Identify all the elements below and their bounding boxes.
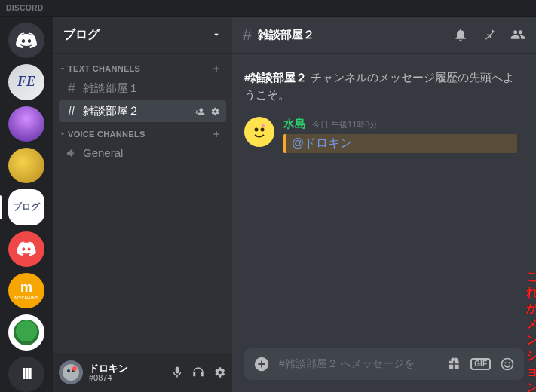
message-author[interactable]: 水島 xyxy=(283,117,306,131)
gif-button[interactable]: GIF xyxy=(470,358,491,370)
svg-point-4 xyxy=(72,366,77,371)
category-header[interactable]: TEXT CHANNELS xyxy=(53,57,232,77)
pinned-button[interactable] xyxy=(482,27,497,42)
notifications-button[interactable] xyxy=(453,27,468,42)
self-avatar[interactable] xyxy=(59,360,83,384)
server-item[interactable]: FE xyxy=(8,64,44,100)
attach-button[interactable] xyxy=(253,356,270,372)
svg-point-6 xyxy=(255,128,259,132)
pin-icon xyxy=(482,27,497,42)
microphone-icon xyxy=(170,366,184,379)
server-name: ブログ xyxy=(63,27,100,43)
message-avatar[interactable] xyxy=(244,117,274,147)
svg-point-5 xyxy=(249,121,270,142)
composer-placeholder: #雑談部屋２ へメッセージを xyxy=(279,357,437,371)
emoji-button[interactable] xyxy=(500,357,515,372)
server-item[interactable]: m MYCHAINS xyxy=(8,273,44,308)
discord-logo-icon xyxy=(16,32,37,49)
server-item-active[interactable]: ブログ xyxy=(8,189,44,225)
voice-channel[interactable]: General xyxy=(59,143,226,162)
speaker-icon xyxy=(65,147,78,159)
smile-icon xyxy=(500,357,515,372)
channel-name: 雑談部屋２ xyxy=(83,104,139,118)
hash-icon: # xyxy=(65,103,78,119)
hash-icon: # xyxy=(65,81,78,96)
message: 水島 今日 午後11時8分 @ドロキン xyxy=(244,117,524,153)
hash-icon: # xyxy=(243,25,252,44)
gift-button[interactable] xyxy=(446,357,461,372)
bell-icon xyxy=(453,27,468,42)
mute-button[interactable] xyxy=(170,366,184,379)
user-panel: ドロキン #0874 xyxy=(53,353,232,392)
mention-link[interactable]: @ドロキン xyxy=(292,136,352,149)
channel-name: 雑談部屋１ xyxy=(83,81,139,96)
self-tag: #0874 xyxy=(89,373,128,382)
server-rail: FE ブログ m MYCHAINS III xyxy=(0,17,53,392)
message-composer[interactable]: #雑談部屋２ へメッセージを GIF xyxy=(244,348,524,380)
channel-sidebar: ブログ TEXT CHANNELS # 雑談部屋１ # 雑談部屋２ xyxy=(53,17,232,392)
people-icon xyxy=(510,27,525,42)
add-channel-button[interactable] xyxy=(211,63,222,74)
deafen-button[interactable] xyxy=(191,366,205,379)
server-item[interactable] xyxy=(8,148,44,183)
svg-point-7 xyxy=(261,128,265,132)
svg-point-12 xyxy=(508,362,510,363)
plus-icon xyxy=(211,63,222,74)
gift-icon xyxy=(446,357,461,372)
server-label: MYCHAINS xyxy=(14,296,38,301)
server-header[interactable]: ブログ xyxy=(53,17,232,53)
annotation-label: これがメンション xyxy=(526,269,536,392)
channel-header: # 雑談部屋２ xyxy=(232,17,536,53)
user-settings-button[interactable] xyxy=(213,366,226,379)
svg-point-1 xyxy=(63,364,79,381)
server-item[interactable] xyxy=(8,314,44,350)
home-button[interactable] xyxy=(8,23,44,58)
server-avatar-icon: FE xyxy=(14,70,38,94)
svg-point-2 xyxy=(67,369,70,372)
gear-icon xyxy=(213,366,226,379)
channel-name: General xyxy=(83,146,123,159)
chevron-down-icon xyxy=(59,65,66,72)
avatar-icon xyxy=(62,363,80,381)
welcome-channel-name: #雑談部屋２ xyxy=(244,71,307,84)
add-channel-button[interactable] xyxy=(211,129,222,139)
chevron-down-icon xyxy=(59,130,66,138)
channel-title: 雑談部屋２ xyxy=(258,28,314,42)
category-label: TEXT CHANNELS xyxy=(68,64,140,73)
messages-region: #雑談部屋２ チャンネルのメッセージ履歴の先頭へようこそ。 水島 今日 午後11… xyxy=(232,53,536,348)
avatar-icon xyxy=(248,121,271,143)
text-channel-active[interactable]: # 雑談部屋２ xyxy=(59,100,226,122)
text-channel[interactable]: # 雑談部屋１ xyxy=(59,78,226,100)
server-item[interactable] xyxy=(8,231,44,267)
server-item[interactable]: III xyxy=(8,357,44,392)
gear-icon[interactable] xyxy=(210,106,220,117)
invite-icon[interactable] xyxy=(194,106,205,117)
plus-circle-icon xyxy=(253,356,270,372)
category-label: VOICE CHANNELS xyxy=(68,130,145,139)
mention-block: @ドロキン xyxy=(283,134,517,153)
plus-icon xyxy=(211,129,222,139)
chat-area: # 雑談部屋２ #雑談部屋２ チャンネルのメッセージ履歴の先頭へようこそ。 xyxy=(232,17,536,392)
category-header[interactable]: VOICE CHANNELS xyxy=(53,123,232,142)
chevron-down-icon xyxy=(211,29,222,40)
message-timestamp: 今日 午後11時8分 xyxy=(312,119,378,130)
discord-logo-icon xyxy=(17,241,36,256)
titlebar: DISCORD xyxy=(0,0,536,17)
headphones-icon xyxy=(191,366,205,379)
members-button[interactable] xyxy=(510,27,525,42)
channel-welcome: #雑談部屋２ チャンネルのメッセージ履歴の先頭へようこそ。 xyxy=(244,69,524,103)
svg-point-11 xyxy=(504,362,506,363)
svg-text:FE: FE xyxy=(17,74,35,89)
server-item[interactable] xyxy=(8,106,44,142)
svg-point-10 xyxy=(502,359,513,370)
self-username: ドロキン xyxy=(89,363,128,373)
